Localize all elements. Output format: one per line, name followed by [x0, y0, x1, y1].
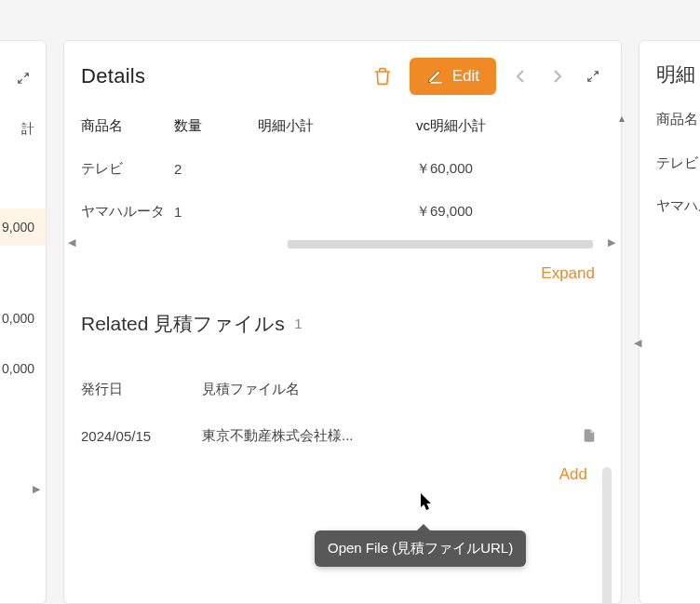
- tooltip: Open File (見積ファイルURL): [315, 530, 526, 567]
- expand-link[interactable]: Expand: [64, 257, 621, 283]
- scrollbar-thumb[interactable]: [288, 240, 593, 248]
- cell-product-name: ヤマハル: [639, 184, 700, 227]
- scroll-right-arrow[interactable]: ▶: [33, 483, 40, 495]
- col-product-name[interactable]: 商品名: [639, 97, 700, 141]
- cell-file-name: 東京不動産株式会社様...: [202, 427, 574, 445]
- cell-product-name: ヤマハルータ: [81, 203, 174, 221]
- col-product-name[interactable]: 商品名: [81, 117, 174, 135]
- cell-quantity: 1: [174, 204, 258, 220]
- cell-value: 9,000: [0, 208, 46, 246]
- table-row[interactable]: テレビ 2 ￥60,000: [81, 147, 604, 190]
- related-row[interactable]: 2024/05/15 東京不動産株式会社様...: [81, 415, 604, 456]
- cell-issue-date: 2024/05/15: [81, 428, 202, 444]
- col-file-name[interactable]: 見積ファイル名: [202, 381, 574, 398]
- scroll-left-arrow[interactable]: ◀: [68, 236, 75, 248]
- expand-icon[interactable]: [12, 67, 34, 89]
- col-subtotal[interactable]: 明細小計: [258, 117, 416, 135]
- prev-record-panel: 計 9,000 0,000 0,000 ▶: [0, 40, 47, 604]
- next-record-panel: 明細 商品名 テレビ ヤマハル ◀: [639, 40, 700, 604]
- prev-record-button[interactable]: [507, 63, 533, 89]
- panel-title: 明細: [639, 41, 700, 97]
- open-file-button[interactable]: [574, 427, 604, 444]
- next-record-button[interactable]: [545, 63, 571, 89]
- related-title: Related 見積ファイルs: [81, 313, 285, 334]
- cell-value: 0,000: [2, 361, 34, 376]
- related-heading: Related 見積ファイルs 1: [81, 311, 604, 337]
- sort-indicator-icon[interactable]: ▴: [619, 112, 625, 125]
- details-panel: Details Edit 商品名 数量 明細小計: [63, 40, 622, 604]
- edit-button[interactable]: Edit: [410, 58, 496, 95]
- horizontal-scrollbar[interactable]: ◀ ▶: [64, 240, 621, 251]
- delete-button[interactable]: [367, 60, 398, 92]
- related-section: Related 見積ファイルs 1 発行日 見積ファイル名 2024/05/15…: [64, 283, 621, 484]
- add-link[interactable]: Add: [81, 456, 604, 484]
- column-header: 計: [21, 121, 34, 138]
- col-issue-date[interactable]: 発行日: [81, 381, 202, 398]
- related-count: 1: [294, 315, 302, 331]
- table-row[interactable]: ヤマハルータ 1 ￥69,000: [81, 190, 604, 233]
- panel-title: Details: [81, 64, 145, 88]
- cell-vc-subtotal: ￥69,000: [416, 203, 604, 221]
- expand-icon[interactable]: [582, 65, 604, 87]
- cell-product-name: テレビ: [81, 160, 174, 178]
- scroll-right-arrow[interactable]: ▶: [608, 236, 615, 248]
- cell-quantity: 2: [174, 161, 258, 177]
- line-items-table: 商品名 数量 明細小計 vc明細小計 ▴ テレビ 2 ￥60,000 ヤマハルー…: [64, 104, 621, 233]
- related-header-row: 発行日 見積ファイル名: [81, 369, 604, 409]
- scroll-left-arrow[interactable]: ◀: [634, 337, 641, 349]
- panel-header: Details Edit: [64, 41, 621, 104]
- col-quantity[interactable]: 数量: [174, 117, 258, 135]
- table-header-row: 商品名 数量 明細小計 vc明細小計 ▴: [81, 104, 604, 147]
- cell-vc-subtotal: ￥60,000: [416, 160, 604, 178]
- col-vc-subtotal[interactable]: vc明細小計: [416, 117, 604, 135]
- cell-product-name: テレビ: [639, 141, 700, 184]
- edit-button-label: Edit: [452, 67, 479, 86]
- vertical-scrollbar[interactable]: [602, 467, 612, 604]
- cell-value: 0,000: [2, 311, 34, 326]
